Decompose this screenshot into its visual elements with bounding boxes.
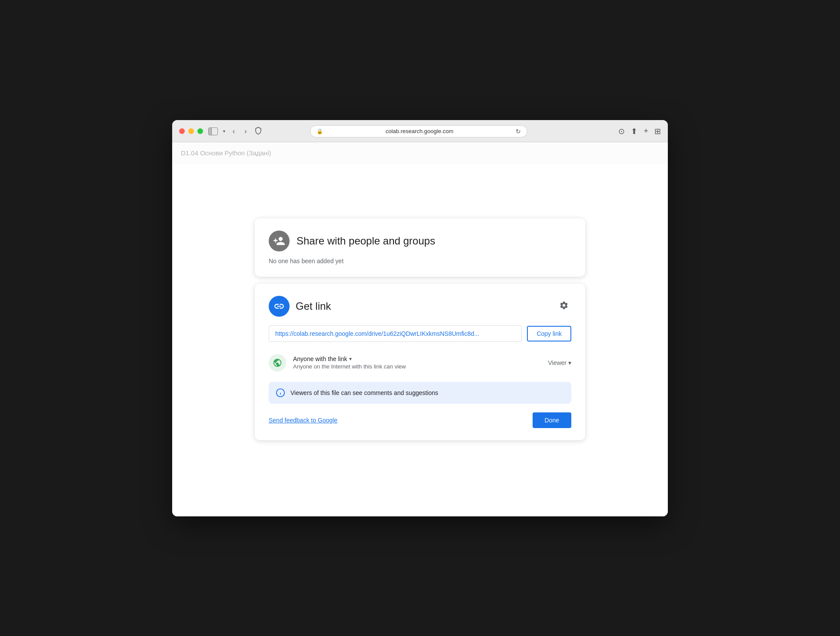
browser-window: ▾ ‹ › 🔒 colab.research.google.com ↻ ⊙ ⬆ … [172,120,668,516]
page-content: D1.04 Основи Python (Задані) Share with … [172,142,668,516]
browser-titlebar: ▾ ‹ › 🔒 colab.research.google.com ↻ ⊙ ⬆ … [179,125,661,137]
access-left: Anyone with the link ▾ Anyone on the Int… [269,354,406,372]
chevron-down-icon[interactable]: ▾ [223,129,225,134]
person-add-icon [273,235,285,247]
share-people-dialog: Share with people and groups No one has … [255,218,585,277]
modal-overlay: Share with people and groups No one has … [172,142,668,516]
link-avatar [269,296,290,317]
copy-link-button[interactable]: Copy link [527,326,571,341]
globe-icon [273,358,282,368]
access-info: Anyone with the link ▾ Anyone on the Int… [293,355,406,370]
access-info-title: Anyone with the link ▾ [293,355,406,362]
url-row: https://colab.research.google.com/drive/… [269,325,571,342]
forward-button[interactable]: › [242,127,249,136]
sidebar-toggle[interactable] [208,127,218,135]
settings-button[interactable] [557,298,571,314]
access-row: Anyone with the link ▾ Anyone on the Int… [269,351,571,375]
role-label: Viewer [548,359,567,366]
getlink-title-row: Get link [269,296,331,317]
role-dropdown[interactable]: Viewer ▾ [548,359,571,366]
url-field[interactable]: https://colab.research.google.com/drive/… [269,325,522,342]
share-avatar [269,231,290,251]
share-subtitle: No one has been added yet [269,258,571,264]
address-bar[interactable]: 🔒 colab.research.google.com ↻ [310,125,527,137]
minimize-button[interactable] [188,128,194,134]
browser-actions: ⊙ ⬆ + ⊞ [618,127,661,136]
getlink-title: Get link [296,300,331,312]
info-icon [276,388,285,398]
fullscreen-button[interactable] [197,128,203,134]
reload-icon[interactable]: ↻ [516,128,521,135]
info-text: Viewers of this file can see comments an… [290,389,438,396]
traffic-lights [179,128,203,134]
grid-icon[interactable]: ⊞ [654,127,661,136]
gear-icon [559,301,569,310]
browser-chrome: ▾ ‹ › 🔒 colab.research.google.com ↻ ⊙ ⬆ … [172,120,668,142]
back-button[interactable]: ‹ [230,127,237,136]
feedback-button[interactable]: Send feedback to Google [269,417,337,424]
lock-icon: 🔒 [317,128,323,134]
info-banner: Viewers of this file can see comments an… [269,382,571,404]
share-header: Share with people and groups [269,231,571,251]
done-button[interactable]: Done [533,412,571,428]
access-icon [269,354,286,372]
share-title-block: Share with people and groups [297,235,435,247]
sidebar-toggle-panel [209,128,212,135]
access-info-subtitle: Anyone on the Internet with this link ca… [293,363,406,370]
getlink-header: Get link [269,296,571,317]
access-dropdown-arrow[interactable]: ▾ [349,356,352,362]
url-text: colab.research.google.com [326,128,513,134]
share-title: Share with people and groups [297,235,435,247]
download-icon[interactable]: ⊙ [618,127,625,136]
link-icon [273,301,285,312]
role-dropdown-arrow: ▾ [568,359,571,366]
share-icon[interactable]: ⬆ [631,127,637,136]
footer-row: Send feedback to Google Done [269,412,571,428]
get-link-dialog: Get link https://colab.research.google.c… [255,284,585,440]
shield-icon [254,127,262,136]
close-button[interactable] [179,128,185,134]
new-tab-icon[interactable]: + [643,127,648,136]
